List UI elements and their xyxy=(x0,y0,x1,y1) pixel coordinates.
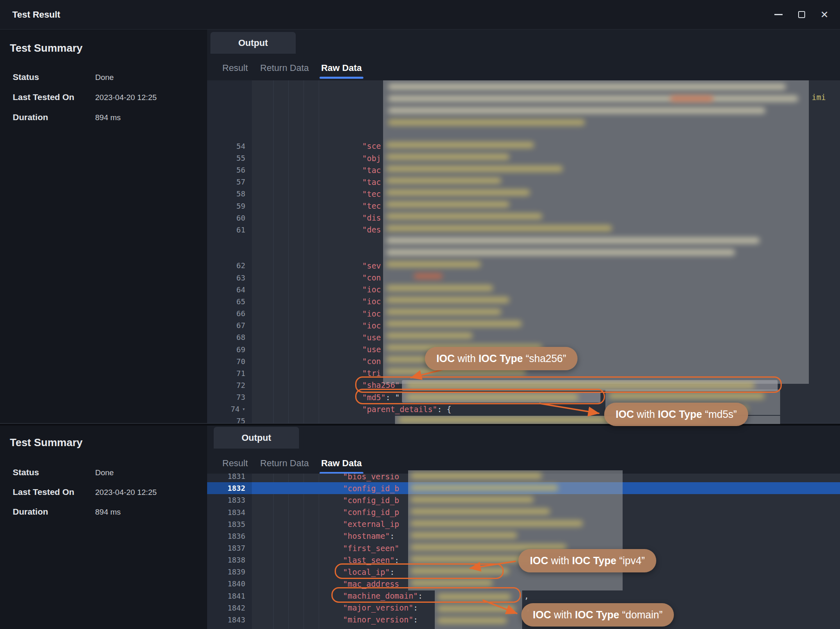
code-viewer-top[interactable]: 54"sce 55"obj 56"tac 57"tac 58"tec 59"te… xyxy=(207,80,840,423)
code-line[interactable]: 70"con xyxy=(207,356,840,367)
code-viewer-bottom[interactable]: 1831"bios_versio 1832"config_id_b 1833"c… xyxy=(207,474,840,629)
code-line[interactable]: 75 xyxy=(207,415,840,423)
summary-row-duration: Duration 894 ms xyxy=(13,112,201,122)
duration-value: 894 ms xyxy=(95,113,121,122)
code-line[interactable]: 1836"hostname": xyxy=(207,530,840,542)
output-subtabs: Result Return Data Raw Data xyxy=(222,453,362,474)
code-line[interactable]: 1835"external_ip xyxy=(207,518,840,530)
code-line[interactable]: 74▾"parent_details": { xyxy=(207,403,840,415)
tab-result[interactable]: Result xyxy=(222,57,248,79)
test-summary-heading: Test Summary xyxy=(10,42,82,55)
code-line-selected[interactable]: 1832"config_id_b xyxy=(207,482,840,494)
output-subtabs: Result Return Data Raw Data xyxy=(222,57,362,79)
code-line[interactable]: 1834"config_id_p xyxy=(207,506,840,518)
status-value: Done xyxy=(95,73,114,82)
code-line[interactable]: 63"con xyxy=(207,272,840,284)
bottom-result-panel: Test Summary Status Done Last Tested On … xyxy=(0,426,840,629)
test-result-window: Test Result ✕ Test Summary Status Done L… xyxy=(0,0,840,629)
summary-row-last-tested: Last Tested On 2023-04-20 12:25 xyxy=(13,92,201,102)
panel-divider xyxy=(0,423,840,426)
code-line[interactable]: 65"ioc xyxy=(207,296,840,308)
top-result-panel: Test Summary Status Done Last Tested On … xyxy=(0,30,840,423)
code-line[interactable]: 59"tec xyxy=(207,200,840,212)
status-value: Done xyxy=(95,468,114,477)
duration-label: Duration xyxy=(13,112,95,122)
tab-result[interactable]: Result xyxy=(222,453,248,474)
close-icon: ✕ xyxy=(820,10,829,20)
code-line[interactable]: 54"sce xyxy=(207,140,840,152)
code-line[interactable]: 1833"config_id_b xyxy=(207,494,840,506)
code-line-md5[interactable]: 73"md5": " xyxy=(207,391,840,403)
code-line[interactable]: 57"tac xyxy=(207,176,840,188)
code-line[interactable]: 56"tac xyxy=(207,164,840,176)
last-tested-value: 2023-04-20 12:25 xyxy=(95,488,157,497)
code-line[interactable]: 62"sev xyxy=(207,260,840,271)
code-line[interactable]: 69"use xyxy=(207,343,840,355)
code-line[interactable]: 1837"first_seen" xyxy=(207,542,840,554)
fold-icon[interactable]: ▾ xyxy=(242,406,245,412)
code-line[interactable]: 1831"bios_versio xyxy=(207,474,840,482)
output-main-top: Output Result Return Data Raw Data 54"sc… xyxy=(207,30,840,423)
titlebar: Test Result ✕ xyxy=(0,0,840,30)
code-wrap-row xyxy=(207,626,840,629)
tab-return-data[interactable]: Return Data xyxy=(260,453,309,474)
summary-row-status: Status Done xyxy=(13,467,201,477)
window-controls: ✕ xyxy=(769,6,833,24)
code-line[interactable]: 55"obj xyxy=(207,152,840,164)
minimize-button[interactable] xyxy=(769,6,788,24)
last-tested-label: Last Tested On xyxy=(13,487,95,497)
code-line[interactable]: 67"ioc xyxy=(207,319,840,331)
tab-raw-data[interactable]: Raw Data xyxy=(321,57,362,79)
close-button[interactable]: ✕ xyxy=(815,6,833,24)
code-line[interactable]: 64"ioc xyxy=(207,284,840,296)
status-label: Status xyxy=(13,467,95,477)
last-tested-value: 2023-04-20 12:25 xyxy=(95,93,157,102)
maximize-button[interactable] xyxy=(792,6,810,24)
tab-raw-data[interactable]: Raw Data xyxy=(321,453,362,474)
tab-return-data[interactable]: Return Data xyxy=(260,57,309,79)
duration-value: 894 ms xyxy=(95,508,121,517)
summary-row-last-tested: Last Tested On 2023-04-20 12:25 xyxy=(13,487,201,497)
code-line-local-ip[interactable]: 1839"local_ip": xyxy=(207,566,840,578)
code-wrap-row xyxy=(207,116,840,128)
code-line-machine-domain[interactable]: 1841"machine_domain": xyxy=(207,590,840,602)
status-label: Status xyxy=(13,72,95,82)
code-wrap-row xyxy=(207,104,840,116)
code-wrap-row xyxy=(207,80,840,92)
code-line[interactable]: 58"tec xyxy=(207,188,840,200)
code-wrap-row xyxy=(207,128,840,140)
tab-output[interactable]: Output xyxy=(214,427,299,449)
code-line[interactable]: 1843"minor_version": xyxy=(207,614,840,626)
code-line[interactable]: 1842"major_version": xyxy=(207,602,840,614)
test-summary-heading: Test Summary xyxy=(10,436,82,449)
code-wrap-row xyxy=(207,92,840,104)
maximize-icon xyxy=(798,11,805,18)
code-line[interactable]: 68"use xyxy=(207,331,840,343)
code-wrap-row xyxy=(207,248,840,260)
code-line-sha256[interactable]: 72"sha256" xyxy=(207,379,840,391)
test-summary-sidebar-bottom: Test Summary Status Done Last Tested On … xyxy=(0,426,207,629)
code-wrap-row xyxy=(207,236,840,248)
code-line[interactable]: 60"dis xyxy=(207,212,840,224)
code-line[interactable]: 1838"last_seen": xyxy=(207,554,840,566)
summary-row-duration: Duration 894 ms xyxy=(13,507,201,517)
tab-output[interactable]: Output xyxy=(210,32,296,54)
code-line[interactable]: 1840"mac_address xyxy=(207,578,840,590)
last-tested-label: Last Tested On xyxy=(13,92,95,102)
window-title: Test Result xyxy=(12,9,60,20)
summary-row-status: Status Done xyxy=(13,72,201,82)
code-line[interactable]: 61"des xyxy=(207,224,840,236)
duration-label: Duration xyxy=(13,507,95,517)
output-main-bottom: Output Result Return Data Raw Data 1831"… xyxy=(207,426,840,629)
code-line[interactable]: 71"tri xyxy=(207,367,840,379)
test-summary-sidebar: Test Summary Status Done Last Tested On … xyxy=(0,30,207,423)
code-line[interactable]: 66"ioc xyxy=(207,308,840,319)
minimize-icon xyxy=(774,14,783,15)
